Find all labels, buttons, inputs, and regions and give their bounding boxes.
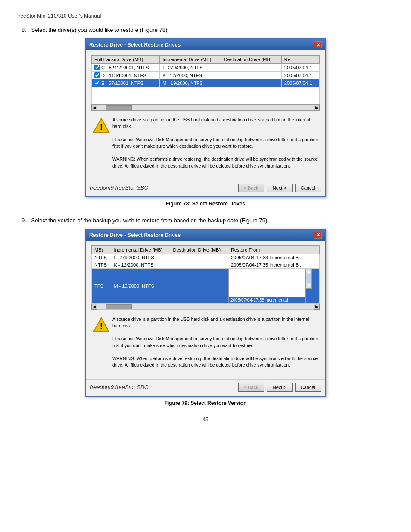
row2-incremental: K - 12/2000, NTFS (160, 72, 221, 79)
dialog1-footer: freedom9 freeStor SBC < Back Next > Canc… (86, 180, 325, 196)
dialog1-cancel-button[interactable]: Cancel (295, 184, 321, 192)
row2-destination (221, 72, 281, 79)
d2-row3-destination (170, 268, 228, 303)
row2-checkbox[interactable] (94, 72, 100, 78)
d2-row1-restore: 2005/07/04-17:33 Incremental B... (228, 254, 319, 261)
row3-checkbox[interactable] (94, 80, 100, 86)
row3-incremental: M - 19/2000, NTFS (160, 79, 221, 87)
col2-restore-from: Restore From (228, 246, 319, 254)
dropdown-item[interactable]: 2005/06/30-16:06 Full Backup (229, 269, 305, 275)
dialog2-warning-line2: Please use Windows Disk Management to su… (112, 336, 318, 348)
table-row: TFS M - 19/2000, NTFS 2005/06/30-16:06 F… (92, 268, 320, 303)
figure79-caption: Figure 79: Select Restore Version (17, 400, 394, 406)
scroll-right-arrow[interactable]: ▶ (314, 105, 320, 111)
dialog2-back-button[interactable]: < Back (238, 383, 264, 392)
dropdown-scroll-down[interactable]: ▼ (306, 283, 311, 288)
dialog1-footer-buttons: < Back Next > Cancel (238, 184, 321, 192)
d2-row2-full: NTFS (92, 261, 111, 268)
col-destination: Destination Drive (MB) (221, 56, 281, 64)
scroll-thumb[interactable] (106, 105, 132, 110)
dropdown-item[interactable]: 2005/06/30-16:47 Incremental I (229, 275, 305, 280)
scroll-track[interactable] (97, 105, 314, 110)
dialog1-next-button[interactable]: Next > (267, 184, 293, 192)
table-row-empty (92, 87, 320, 104)
manual-header: freeStor Mini 210/310 User's Manual (17, 13, 394, 19)
col2-incremental: Incremental Drive (MB) (111, 246, 170, 254)
dialog2-titlebar: Restore Drive - Select Restore Drives ✕ (86, 230, 325, 241)
scroll2-track[interactable] (97, 304, 314, 309)
dialog2-warning-line3: WARNING: When performs a drive restoring… (112, 356, 318, 367)
row2-full: D - 113/10001, NTFS (92, 72, 160, 79)
dropdown-item[interactable]: 2005/07/02-17:06 Incremental I (229, 286, 305, 292)
col-full-backup: Full Backup Drive (MB) (92, 56, 160, 64)
dialog2-title: Restore Drive - Select Restore Drives (89, 232, 181, 238)
scroll-left-arrow[interactable]: ◀ (91, 105, 97, 111)
row3-full: E - 57/10001, NTFS (92, 79, 160, 87)
dialog2-wrapper: Restore Drive - Select Restore Drives ✕ … (17, 229, 394, 397)
step-9-number: 9. (22, 217, 26, 224)
dialog1-drive-table: Full Backup Drive (MB) Incremental Drive… (91, 55, 320, 104)
d2-row2-restore: 2005/07/04-17:35 Incremental B... (228, 261, 319, 268)
dialog2-cancel-button[interactable]: Cancel (295, 383, 321, 392)
step-8-description: Select the drive(s) you would like to re… (31, 27, 168, 33)
d2-row2-incremental: K - 12/2000, NTFS (111, 261, 170, 268)
dialog2-scrollbar-h[interactable]: ◀ ▶ (91, 304, 320, 310)
dropdown-list[interactable]: 2005/06/30-16:06 Full Backup 2005/06/30-… (228, 269, 306, 303)
d2-row1-full: NTFS (92, 254, 111, 261)
dialog2-body: MB) Incremental Drive (MB) Destination D… (86, 241, 325, 379)
dialog2-next-button[interactable]: Next > (267, 383, 293, 392)
dialog1-warning-text: A source drive is a partition in the USB… (112, 117, 318, 169)
dialog1-wrapper: Restore Drive - Select Restore Drives ✕ … (17, 38, 394, 197)
scroll2-left-arrow[interactable]: ◀ (91, 304, 97, 310)
scroll2-right-arrow[interactable]: ▶ (314, 304, 320, 310)
dialog2-footer: freedom9 freeStor SBC < Back Next > Canc… (86, 379, 325, 396)
d2-row2-destination (170, 261, 228, 268)
step-9-description: Select the version of the backup you wis… (31, 217, 268, 224)
dialog1-table-container: Full Backup Drive (MB) Incremental Drive… (91, 55, 320, 111)
dialog1-scrollbar-h[interactable]: ◀ ▶ (91, 104, 320, 110)
dialog1-warning-line3: WARNING: When performs a drive restoring… (112, 156, 318, 168)
step-8-number: 8. (22, 27, 26, 33)
dialog2-brand: freedom9 freeStor SBC (90, 384, 148, 390)
d2-row3-restore[interactable]: 2005/06/30-16:06 Full Backup 2005/06/30-… (228, 268, 319, 303)
step-8: 8. Select the drive(s) you would like to… (17, 27, 394, 207)
col2-destination: Destination Drive (MB) (170, 246, 228, 254)
svg-text:!: ! (100, 122, 103, 131)
svg-text:!: ! (100, 321, 103, 331)
dialog1-close-button[interactable]: ✕ (314, 41, 322, 48)
dialog1-titlebar: Restore Drive - Select Restore Drives ✕ (86, 39, 325, 50)
row3-destination (221, 79, 281, 87)
dialog1-back-button[interactable]: < Back (238, 184, 264, 192)
col-restore: Re: (281, 56, 319, 64)
dialog2-warning: ! A source drive is a partition in the U… (91, 314, 320, 371)
dialog1-brand: freedom9 freeStor SBC (90, 184, 148, 191)
row1-checkbox[interactable] (94, 65, 100, 70)
step-9-text: 9. Select the version of the backup you … (22, 217, 394, 224)
dropdown-item[interactable]: 2005/07/01-17:00 Incremental I (229, 280, 305, 286)
dropdown-item-selected[interactable]: 2005/07/04-17:35 Incremental I (229, 297, 305, 303)
row1-incremental: I - 279/2000, NTFS (160, 64, 221, 72)
scroll2-thumb[interactable] (106, 304, 132, 309)
dialog2-close-button[interactable]: ✕ (314, 232, 322, 239)
col-incremental: Incremental Drive (MB) (160, 56, 221, 64)
table-row: NTFS I - 279/2000, NTFS 2005/07/04-17:33… (92, 254, 320, 261)
dialog2-drive-table: MB) Incremental Drive (MB) Destination D… (91, 246, 320, 304)
table-row: NTFS K - 12/2000, NTFS 2005/07/04-17:35 … (92, 261, 320, 268)
d2-row1-incremental: I - 279/2000, NTFS (111, 254, 170, 261)
step-8-text: 8. Select the drive(s) you would like to… (22, 27, 394, 33)
page-number: 45 (17, 417, 394, 423)
dialog1-body: Full Backup Drive (MB) Incremental Drive… (86, 50, 325, 180)
col2-full: MB) (92, 246, 111, 254)
dropdown-scroll-track[interactable] (306, 274, 311, 283)
dropdown-scroll-up[interactable]: ▲ (306, 269, 311, 274)
table-row: C - 5241/10001, NTFS I - 279/2000, NTFS … (92, 64, 320, 72)
dialog1-warning-line2: Please use Windows Disk Management to su… (112, 137, 318, 149)
row1-destination (221, 64, 281, 72)
d2-row3-full: TFS (92, 268, 111, 303)
d2-row1-destination (170, 254, 228, 261)
dialog1-warning-line1: A source drive is a partition in the USB… (112, 117, 310, 129)
row3-restore: 2005/07/04-1 (281, 79, 319, 87)
header-title: freeStor Mini 210/310 User's Manual (17, 13, 101, 19)
d2-row3-incremental: M - 19/2000, NTFS (111, 268, 170, 303)
dropdown-item[interactable]: 2005/07/03-17:32 Incremental I (229, 292, 305, 297)
